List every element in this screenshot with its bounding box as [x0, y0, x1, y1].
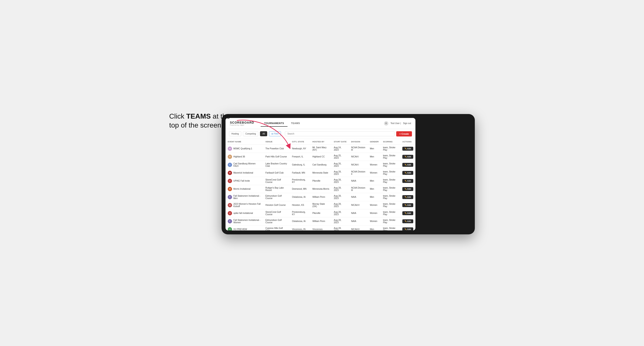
cell-scoring-9: team, Stroke Play: [381, 217, 400, 225]
tab-teams[interactable]: TEAMS: [288, 120, 304, 127]
col-division: DIVISION: [349, 139, 368, 145]
cell-division-7: NICAA II: [349, 201, 368, 209]
cell-scoring-0: team, Stroke Play: [381, 145, 400, 153]
edit-btn-1[interactable]: Edit: [402, 155, 413, 159]
cell-date-2: Aug 26, 2023: [332, 161, 349, 169]
table-row: H Highland 36 Park Hills Golf Course Fre…: [226, 153, 416, 161]
cell-actions-5: Edit: [400, 185, 416, 193]
cell-actions-10: Edit: [400, 225, 416, 230]
cell-gender-6: Men: [368, 193, 381, 201]
cell-city-6: Oskaloosa, IA: [290, 193, 310, 201]
cell-division-3: NCAA Division II: [349, 169, 368, 177]
cell-city-3: Faribault, MN: [290, 169, 310, 177]
cell-actions-2: Edit: [400, 161, 416, 169]
event-logo-6: F: [228, 195, 232, 199]
sign-out-link[interactable]: Sign out: [403, 122, 411, 125]
search-input[interactable]: [285, 131, 394, 136]
cell-actions-4: Edit: [400, 177, 416, 185]
cell-event-name-1: H Highland 36: [226, 153, 263, 161]
cell-hosted-1: Highland CC: [310, 153, 332, 161]
instruction-text: Click TEAMS at thetop of the screen.: [169, 112, 239, 130]
event-logo-8: U: [228, 211, 232, 215]
cell-city-7: Hesston, KS: [290, 201, 310, 209]
cell-event-name-4: U UPIKE Fall Invite: [226, 177, 263, 185]
cell-gender-4: Men: [368, 177, 381, 185]
tablet-screen: SCOREBOARD Powered by clippit TOURNAMENT…: [226, 118, 416, 230]
edit-btn-2[interactable]: Edit: [402, 163, 413, 167]
cell-hosted-7: Murray State (OK): [310, 201, 332, 209]
event-logo-7: W: [228, 203, 232, 207]
event-logo-9: F: [228, 219, 232, 223]
instruction-part1: Click: [169, 112, 186, 120]
edit-btn-9[interactable]: Edit: [402, 219, 413, 223]
edit-btn-7[interactable]: Edit: [402, 203, 413, 207]
edit-btn-4[interactable]: Edit: [402, 179, 413, 183]
header-right: ⚙ Test User | Sign out: [384, 121, 411, 126]
table-row: F Fall Statesmen Invitational - Men Edmu…: [226, 193, 416, 201]
cell-event-name-3: M Maverick Invitational: [226, 169, 263, 177]
edit-btn-10[interactable]: Edit: [402, 227, 413, 230]
cell-gender-2: Women: [368, 161, 381, 169]
cell-division-4: NAIA: [349, 177, 368, 185]
cell-division-2: NICAA I: [349, 161, 368, 169]
filter-icon-btn[interactable]: ⊞ Filter: [269, 131, 281, 136]
cell-venue-0: The Powelton Club: [263, 145, 290, 153]
cell-gender-7: Women: [368, 201, 381, 209]
cell-actions-6: Edit: [400, 193, 416, 201]
cell-division-9: NAIA: [349, 217, 368, 225]
edit-btn-3[interactable]: Edit: [402, 171, 413, 175]
cell-event-name-9: F Fall Statesmen Invitational - Women: [226, 217, 263, 225]
edit-btn-0[interactable]: Edit: [402, 147, 413, 151]
event-logo-2: C: [228, 163, 232, 167]
table-row: U upike fall invitational StoneCrest Gol…: [226, 209, 416, 217]
cell-date-7: Aug 28, 2023: [332, 201, 349, 209]
cell-event-name-8: U upike fall invitational: [226, 209, 263, 217]
filter-all-btn[interactable]: All: [260, 131, 267, 136]
cell-event-name-2: C Carl Sandburg Women FA23: [226, 161, 263, 169]
settings-icon[interactable]: ⚙: [384, 121, 388, 126]
cell-scoring-2: team, Stroke Play: [381, 161, 400, 169]
cell-date-8: Aug 28, 2023: [332, 209, 349, 217]
cell-scoring-5: team, Stroke Play: [381, 185, 400, 193]
cell-venue-9: Edmundson Golf Course: [263, 217, 290, 225]
event-logo-4: U: [228, 179, 232, 183]
table-row: V VU PREVIEW Cypress Hills Golf Club Vin…: [226, 225, 416, 230]
event-logo-0: M: [228, 147, 232, 151]
table-row: M Maverick Invitational Faribault Golf C…: [226, 169, 416, 177]
cell-date-3: Aug 28, 2023: [332, 169, 349, 177]
tab-tournaments[interactable]: TOURNAMENTS: [261, 120, 288, 127]
cell-date-10: Aug 28, 2023: [332, 225, 349, 230]
instruction-bold: TEAMS: [186, 112, 211, 120]
cell-actions-0: Edit: [400, 145, 416, 153]
cell-scoring-6: team, Stroke Play: [381, 193, 400, 201]
filter-hosting-btn[interactable]: Hosting: [229, 131, 241, 136]
cell-actions-1: Edit: [400, 153, 416, 161]
cell-venue-5: Ruttger's Bay Lake Resort: [263, 185, 290, 193]
cell-city-8: Prestonsburg, KY: [290, 209, 310, 217]
col-scoring: SCORING: [381, 139, 400, 145]
cell-actions-3: Edit: [400, 169, 416, 177]
cell-hosted-8: Pikeville: [310, 209, 332, 217]
cell-event-name-0: M MSMC Qualifying 1: [226, 145, 263, 153]
col-event-name: EVENT NAME: [226, 139, 263, 145]
cell-actions-8: Edit: [400, 209, 416, 217]
cell-city-2: Galesburg, IL: [290, 161, 310, 169]
edit-btn-6[interactable]: Edit: [402, 195, 413, 199]
edit-btn-5[interactable]: Edit: [402, 187, 413, 191]
event-logo-1: H: [228, 155, 232, 159]
create-btn[interactable]: + Create: [396, 131, 412, 137]
filter-competing-btn[interactable]: Competing: [243, 131, 258, 136]
cell-venue-10: Cypress Hills Golf Club: [263, 225, 290, 230]
cell-gender-10: Men: [368, 225, 381, 230]
cell-scoring-8: team, Stroke Play: [381, 209, 400, 217]
cell-venue-6: Edmundson Golf Course: [263, 193, 290, 201]
table-header-row: EVENT NAME VENUE CITY, STATE HOSTED BY S…: [226, 139, 416, 145]
table-row: W 2023 Women's Hesston Fall Kickoff Hess…: [226, 201, 416, 209]
edit-btn-8[interactable]: Edit: [402, 211, 413, 215]
table-container: EVENT NAME VENUE CITY, STATE HOSTED BY S…: [226, 139, 416, 230]
cell-hosted-10: Vincennes: [310, 225, 332, 230]
cell-gender-0: Men: [368, 145, 381, 153]
cell-gender-5: Men: [368, 185, 381, 193]
cell-date-4: Aug 28, 2023: [332, 177, 349, 185]
cell-hosted-3: Minnesota State: [310, 169, 332, 177]
